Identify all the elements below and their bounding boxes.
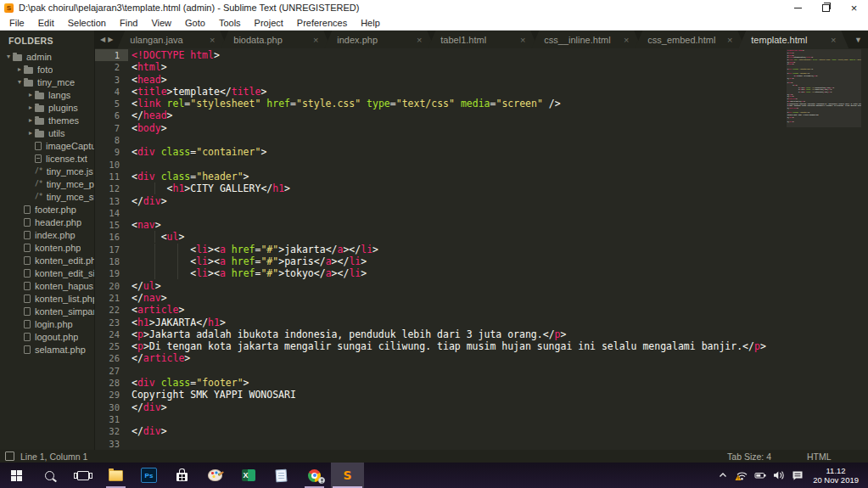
chevron-down-icon[interactable]: ▾	[4, 53, 13, 60]
tree-item-license.txt[interactable]: license.txt	[0, 152, 94, 165]
code-line-14[interactable]: 14	[95, 207, 868, 219]
minimap[interactable]: <!DOCTYPE html><html><head><title>templa…	[787, 49, 861, 450]
code-line-27[interactable]: 27	[95, 365, 868, 377]
tree-item-footer.php[interactable]: footer.php	[0, 203, 94, 216]
chevron-right-icon[interactable]: ▸	[26, 104, 35, 111]
chevron-right-icon[interactable]: ▸	[26, 116, 35, 124]
taskbar-store-button[interactable]	[165, 463, 199, 488]
tab-close-icon[interactable]: ×	[520, 35, 525, 45]
code-line-19[interactable]: 19 <li><a href="#">tokyo</a></li>	[95, 267, 868, 279]
code-line-22[interactable]: 22<article>	[95, 304, 868, 316]
restore-button[interactable]	[812, 0, 840, 15]
menu-help[interactable]: Help	[354, 18, 387, 28]
chevron-down-icon[interactable]: ▾	[15, 78, 24, 86]
code-line-21[interactable]: 21</nav>	[95, 292, 868, 304]
code-line-26[interactable]: 26</article>	[95, 352, 868, 364]
minimap-viewport[interactable]	[787, 49, 861, 127]
tray-wifi-warning-icon[interactable]	[734, 468, 749, 483]
code-line-2[interactable]: 2<html>	[95, 61, 868, 73]
code-line-11[interactable]: 11<div class="header">	[95, 171, 868, 182]
taskbar-start-button[interactable]	[0, 463, 33, 488]
tree-item-konten_hapus.ph[interactable]: konten_hapus.ph	[0, 279, 94, 292]
tree-item-logout.php[interactable]: logout.php	[0, 330, 94, 343]
code-line-24[interactable]: 24<p>Jakarta adalah ibukota indonesia, p…	[95, 328, 868, 340]
taskbar-excel-button[interactable]: X	[232, 463, 265, 488]
tree-item-foto[interactable]: ▸foto	[0, 63, 94, 76]
tab-css_embed.html[interactable]: css_embed.html×	[635, 31, 745, 48]
tree-item-selamat.php[interactable]: selamat.php	[0, 343, 94, 356]
code-line-31[interactable]: 31	[95, 413, 868, 425]
tab-close-icon[interactable]: ×	[417, 35, 422, 45]
close-button[interactable]: ×	[840, 0, 868, 15]
code-line-6[interactable]: 6</head>	[95, 109, 868, 121]
code-line-17[interactable]: 17 <li><a href="#">jakarta</a></li>	[95, 244, 868, 255]
menu-project[interactable]: Project	[248, 18, 290, 28]
tree-item-tiny_mce_src.js[interactable]: /*tiny_mce_src.js	[0, 190, 94, 203]
menu-tools[interactable]: Tools	[212, 18, 248, 28]
code-line-32[interactable]: 32</div>	[95, 425, 868, 437]
tab-close-icon[interactable]: ×	[313, 35, 318, 45]
minimize-button[interactable]	[784, 0, 812, 15]
code-line-12[interactable]: 12 <h1>CITY GALLERY</h1>	[95, 182, 868, 194]
code-line-20[interactable]: 20</ul>	[95, 280, 868, 292]
chevron-right-icon[interactable]: ▸	[26, 129, 35, 137]
code-line-9[interactable]: 9<div class="container">	[95, 146, 868, 158]
taskbar-search-button[interactable]	[33, 463, 66, 488]
tray-action-center-icon[interactable]	[790, 468, 805, 483]
menu-view[interactable]: View	[144, 18, 178, 28]
tree-item-plugins[interactable]: ▸plugins	[0, 101, 94, 114]
tab-css__inline.html[interactable]: css__inline.html×	[531, 31, 641, 48]
tree-item-login.php[interactable]: login.php	[0, 317, 94, 330]
taskbar-notepad-button[interactable]	[265, 463, 298, 488]
tree-item-langs[interactable]: ▸langs	[0, 88, 94, 101]
tree-item-themes[interactable]: ▸themes	[0, 114, 94, 126]
tab-tabel1.html[interactable]: tabel1.html×	[428, 31, 538, 48]
taskbar-sublime-button[interactable]: S	[331, 463, 364, 488]
menu-file[interactable]: File	[3, 18, 31, 28]
tree-item-konten_simpan.p[interactable]: konten_simpan.p	[0, 305, 94, 317]
code-line-4[interactable]: 4<title>template</title>	[95, 86, 868, 98]
tree-item-konten_list.php[interactable]: konten_list.php	[0, 292, 94, 305]
tab-ulangan.java[interactable]: ulangan.java×	[117, 31, 227, 48]
syntax-indicator[interactable]: HTML	[807, 452, 863, 462]
taskbar-chrome-button[interactable]	[298, 463, 331, 488]
tray-battery-icon[interactable]	[753, 468, 768, 483]
tab-close-icon[interactable]: ×	[831, 35, 836, 45]
code-line-1[interactable]: 1<!DOCTYPE html>	[95, 49, 868, 61]
menu-preferences[interactable]: Preferences	[290, 18, 354, 28]
code-line-5[interactable]: 5<link rel="stylesheet" href="style.css"…	[95, 98, 868, 109]
code-line-8[interactable]: 8	[95, 134, 868, 146]
menu-selection[interactable]: Selection	[61, 18, 113, 28]
tab-scroll-arrows[interactable]: ◀▶	[95, 36, 117, 48]
code-line-28[interactable]: 28<div class="footer">	[95, 377, 868, 389]
tree-item-konten_edit_sim[interactable]: konten_edit_sim	[0, 266, 94, 279]
taskbar-clock[interactable]: 11.12 20 Nov 2019	[809, 466, 866, 485]
tab-close-icon[interactable]: ×	[210, 35, 215, 45]
tab-biodata.php[interactable]: biodata.php×	[221, 31, 331, 48]
tab-size-indicator[interactable]: Tab Size: 4	[727, 452, 771, 462]
tree-item-konten_edit.php[interactable]: konten_edit.php	[0, 254, 94, 266]
tree-item-tiny_mce_popu[interactable]: /*tiny_mce_popu	[0, 177, 94, 190]
taskbar-file-explorer-button[interactable]	[99, 463, 132, 488]
tab-scroll-right-icon[interactable]: ▶	[108, 36, 115, 43]
code-area[interactable]: 1<!DOCTYPE html>2<html>3<head>4<title>te…	[95, 48, 868, 450]
tree-item-header.php[interactable]: header.php	[0, 216, 94, 228]
tray-volume-icon[interactable]	[771, 468, 787, 483]
code-line-10[interactable]: 10	[95, 159, 868, 171]
tab-close-icon[interactable]: ×	[727, 35, 732, 45]
tree-item-admin[interactable]: ▾admin	[0, 50, 94, 63]
code-line-33[interactable]: 33	[95, 438, 868, 450]
code-line-13[interactable]: 13</div>	[95, 195, 868, 207]
code-line-15[interactable]: 15<nav>	[95, 219, 868, 231]
tree-item-tiny_mce.js[interactable]: /*tiny_mce.js	[0, 165, 94, 177]
tree-item-imageCapture[interactable]: imageCapture	[0, 139, 94, 152]
tab-template.html[interactable]: template.html×	[738, 31, 848, 48]
tab-overflow-button[interactable]: ▼	[854, 36, 862, 44]
code-line-29[interactable]: 29Copyright SMK YAPPI WONOSARI	[95, 389, 868, 401]
code-line-3[interactable]: 3<head>	[95, 74, 868, 86]
taskbar-task-view-button[interactable]	[66, 463, 99, 488]
code-line-7[interactable]: 7<body>	[95, 122, 868, 134]
code-line-23[interactable]: 23<h1>JAKARTA</h1>	[95, 317, 868, 328]
chevron-right-icon[interactable]: ▸	[15, 65, 24, 73]
tree-item-konten.php[interactable]: konten.php	[0, 241, 94, 254]
